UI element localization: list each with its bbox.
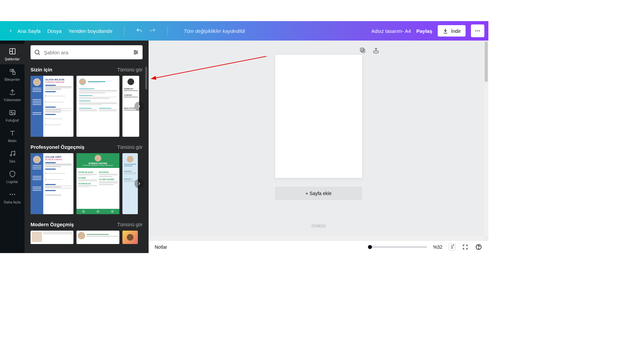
rail-label: Bileşenler xyxy=(4,77,20,81)
home-label: Ana Sayfa xyxy=(17,28,41,34)
zoom-percent[interactable]: %32 xyxy=(433,244,442,250)
see-all-link[interactable]: Tümünü gör xyxy=(117,222,143,227)
photos-icon xyxy=(8,109,16,117)
rail-logos[interactable]: Logolar xyxy=(0,167,24,187)
panel-scrollbar[interactable] xyxy=(145,67,147,89)
template-name: OLIVIA WILSON xyxy=(45,78,71,81)
download-button[interactable]: İndir xyxy=(438,25,466,37)
elements-icon xyxy=(8,68,16,76)
logos-icon xyxy=(8,170,16,178)
template-thumb[interactable]: OLIVIA WILSON IT PROJECT MANAGER xyxy=(31,76,73,137)
svg-point-12 xyxy=(9,194,10,195)
home-link[interactable]: Ana Sayfa xyxy=(7,27,41,34)
rail-label: Metin xyxy=(8,139,17,143)
template-thumb[interactable]: OYLUM YİĞİT BT PROJE YÖNETİCİ xyxy=(31,153,73,214)
rail-elements[interactable]: Bileşenler xyxy=(0,64,24,85)
template-thumb[interactable] xyxy=(76,231,119,244)
zoom-slider[interactable] xyxy=(370,246,427,248)
svg-point-14 xyxy=(14,194,15,195)
svg-point-1 xyxy=(477,31,478,32)
template-thumb[interactable] xyxy=(76,76,119,137)
download-label: İndir xyxy=(451,28,461,34)
share-page-button[interactable] xyxy=(372,47,380,54)
text-icon xyxy=(8,129,16,137)
notes-button[interactable]: Notlar xyxy=(155,244,167,250)
file-menu[interactable]: Dosya xyxy=(47,28,62,34)
template-thumb[interactable] xyxy=(122,231,138,244)
add-page-button[interactable]: + Sayfa ekle xyxy=(275,187,362,200)
top-toolbar: Ana Sayfa Dosya Yeniden boyutlandır Tüm … xyxy=(0,21,488,41)
uploads-icon xyxy=(8,88,16,96)
redo-button[interactable] xyxy=(149,27,156,34)
status-bar: Notlar %32 1 xyxy=(149,240,488,253)
rail-label: Fotoğraf xyxy=(6,118,19,122)
download-icon xyxy=(442,28,448,34)
canvas-page[interactable] xyxy=(275,55,362,178)
rail-audio[interactable]: Ses xyxy=(0,146,24,167)
more-button[interactable] xyxy=(471,24,484,37)
design-name[interactable]: Adsız tasarım- A4 xyxy=(371,28,411,34)
filter-icon[interactable] xyxy=(132,49,139,56)
svg-point-10 xyxy=(10,155,11,156)
search-icon xyxy=(34,49,41,56)
svg-point-30 xyxy=(478,248,479,248)
template-thumb[interactable] xyxy=(31,231,73,244)
section-title: Profesyonel Özgeçmiş xyxy=(31,144,85,150)
divider xyxy=(167,26,168,36)
svg-point-13 xyxy=(12,194,13,195)
template-thumb[interactable]: KÜBRA DEFNESERTİFİKALI MUHASEBE & İNSAN … xyxy=(76,153,119,214)
rail-label: Yüklemeler xyxy=(3,98,21,102)
rail-text[interactable]: Metin xyxy=(0,126,24,146)
svg-line-16 xyxy=(38,53,40,55)
rail-label: Daha fazla xyxy=(4,200,20,204)
rail-templates[interactable]: Şablonlar xyxy=(0,44,24,64)
section-title: Modern Özgeçmiş xyxy=(31,222,74,227)
see-all-link[interactable]: Tümünü gör xyxy=(117,144,143,150)
svg-rect-7 xyxy=(12,72,15,74)
divider xyxy=(124,26,124,36)
annotation-arrow xyxy=(151,55,268,85)
undo-button[interactable] xyxy=(136,27,143,34)
fullscreen-button[interactable] xyxy=(462,243,469,251)
svg-line-28 xyxy=(155,56,266,78)
side-rail: Şablonlar Bileşenler Yüklemeler Fotoğraf… xyxy=(0,41,24,253)
search-input[interactable] xyxy=(44,50,129,55)
svg-point-9 xyxy=(11,112,12,113)
rail-more[interactable]: Daha fazla xyxy=(0,187,24,207)
rail-label: Şablonlar xyxy=(5,57,19,61)
share-button[interactable]: Paylaş xyxy=(416,28,432,34)
section-title: Sizin için xyxy=(31,67,52,72)
templates-icon xyxy=(8,47,16,55)
more-icon xyxy=(8,190,16,198)
templates-panel: Sizin için Tümünü gör OLIVIA WILSON IT P… xyxy=(24,41,149,253)
see-all-link[interactable]: Tümünü gör xyxy=(117,67,143,72)
svg-point-2 xyxy=(479,31,480,32)
svg-point-0 xyxy=(475,31,476,32)
duplicate-page-button[interactable] xyxy=(359,47,366,54)
page-count[interactable]: 1 xyxy=(448,243,455,250)
rail-label: Ses xyxy=(9,159,15,163)
svg-point-11 xyxy=(13,154,15,156)
svg-point-15 xyxy=(35,50,39,54)
rail-label: Logolar xyxy=(6,180,18,184)
scroll-right-button[interactable] xyxy=(135,102,144,111)
rail-uploads[interactable]: Yüklemeler xyxy=(0,85,24,105)
template-name: KÜBRA DEFNE xyxy=(89,162,107,165)
canvas-area: + Sayfa ekle Notlar %32 1 xyxy=(149,41,488,253)
horizontal-scrollbar[interactable] xyxy=(149,236,484,240)
save-status: Tüm değişiklikler kaydedildi xyxy=(184,28,245,34)
scroll-right-button[interactable] xyxy=(135,179,144,188)
template-name: OYLUM YİĞİT xyxy=(45,156,71,158)
rail-photos[interactable]: Fotoğraf xyxy=(0,105,24,126)
search-bar xyxy=(31,45,143,59)
audio-icon xyxy=(8,149,16,158)
svg-point-20 xyxy=(136,52,137,53)
pages-collapse-button[interactable] xyxy=(311,224,326,228)
svg-point-22 xyxy=(135,53,136,54)
chevron-left-icon xyxy=(7,27,14,34)
resize-menu[interactable]: Yeniden boyutlandır xyxy=(68,28,113,34)
help-button[interactable] xyxy=(475,243,482,251)
svg-point-18 xyxy=(135,50,136,51)
